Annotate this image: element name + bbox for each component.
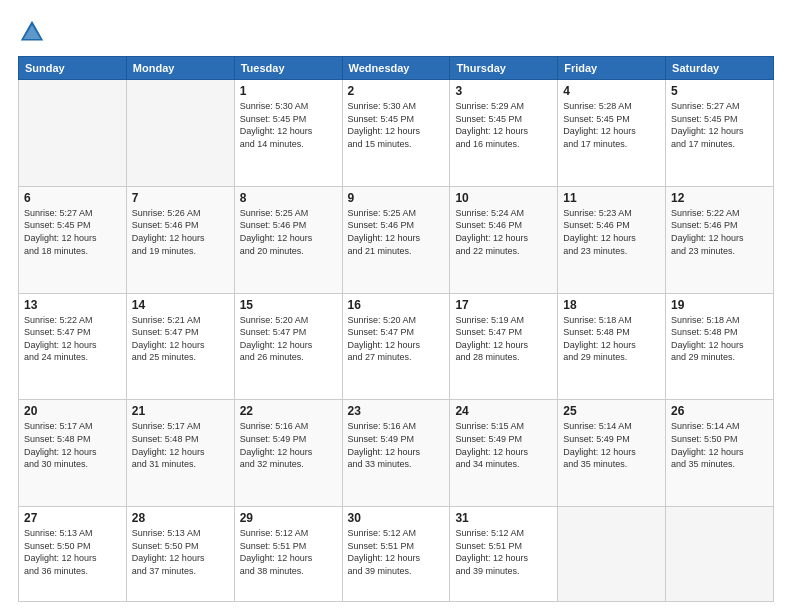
calendar-table: SundayMondayTuesdayWednesdayThursdayFrid… bbox=[18, 56, 774, 602]
day-cell: 9Sunrise: 5:25 AM Sunset: 5:46 PM Daylig… bbox=[342, 186, 450, 293]
header-cell-thursday: Thursday bbox=[450, 57, 558, 80]
day-cell: 8Sunrise: 5:25 AM Sunset: 5:46 PM Daylig… bbox=[234, 186, 342, 293]
day-info: Sunrise: 5:26 AM Sunset: 5:46 PM Dayligh… bbox=[132, 207, 229, 257]
day-cell: 2Sunrise: 5:30 AM Sunset: 5:45 PM Daylig… bbox=[342, 80, 450, 187]
day-number: 11 bbox=[563, 191, 660, 205]
day-info: Sunrise: 5:20 AM Sunset: 5:47 PM Dayligh… bbox=[240, 314, 337, 364]
day-number: 7 bbox=[132, 191, 229, 205]
day-info: Sunrise: 5:19 AM Sunset: 5:47 PM Dayligh… bbox=[455, 314, 552, 364]
day-cell: 15Sunrise: 5:20 AM Sunset: 5:47 PM Dayli… bbox=[234, 293, 342, 400]
day-number: 8 bbox=[240, 191, 337, 205]
day-number: 16 bbox=[348, 298, 445, 312]
day-cell: 6Sunrise: 5:27 AM Sunset: 5:45 PM Daylig… bbox=[19, 186, 127, 293]
day-number: 4 bbox=[563, 84, 660, 98]
day-cell: 12Sunrise: 5:22 AM Sunset: 5:46 PM Dayli… bbox=[666, 186, 774, 293]
week-row-3: 13Sunrise: 5:22 AM Sunset: 5:47 PM Dayli… bbox=[19, 293, 774, 400]
day-number: 21 bbox=[132, 404, 229, 418]
week-row-1: 1Sunrise: 5:30 AM Sunset: 5:45 PM Daylig… bbox=[19, 80, 774, 187]
day-cell bbox=[666, 507, 774, 602]
day-cell: 24Sunrise: 5:15 AM Sunset: 5:49 PM Dayli… bbox=[450, 400, 558, 507]
day-number: 3 bbox=[455, 84, 552, 98]
header-cell-friday: Friday bbox=[558, 57, 666, 80]
day-cell: 10Sunrise: 5:24 AM Sunset: 5:46 PM Dayli… bbox=[450, 186, 558, 293]
day-cell: 13Sunrise: 5:22 AM Sunset: 5:47 PM Dayli… bbox=[19, 293, 127, 400]
day-cell: 20Sunrise: 5:17 AM Sunset: 5:48 PM Dayli… bbox=[19, 400, 127, 507]
day-cell: 26Sunrise: 5:14 AM Sunset: 5:50 PM Dayli… bbox=[666, 400, 774, 507]
day-info: Sunrise: 5:22 AM Sunset: 5:46 PM Dayligh… bbox=[671, 207, 768, 257]
day-number: 31 bbox=[455, 511, 552, 525]
day-number: 25 bbox=[563, 404, 660, 418]
day-number: 17 bbox=[455, 298, 552, 312]
day-cell: 29Sunrise: 5:12 AM Sunset: 5:51 PM Dayli… bbox=[234, 507, 342, 602]
day-info: Sunrise: 5:27 AM Sunset: 5:45 PM Dayligh… bbox=[671, 100, 768, 150]
day-number: 26 bbox=[671, 404, 768, 418]
day-number: 5 bbox=[671, 84, 768, 98]
day-cell: 22Sunrise: 5:16 AM Sunset: 5:49 PM Dayli… bbox=[234, 400, 342, 507]
day-cell: 3Sunrise: 5:29 AM Sunset: 5:45 PM Daylig… bbox=[450, 80, 558, 187]
day-info: Sunrise: 5:18 AM Sunset: 5:48 PM Dayligh… bbox=[563, 314, 660, 364]
day-cell: 27Sunrise: 5:13 AM Sunset: 5:50 PM Dayli… bbox=[19, 507, 127, 602]
day-info: Sunrise: 5:17 AM Sunset: 5:48 PM Dayligh… bbox=[24, 420, 121, 470]
day-number: 18 bbox=[563, 298, 660, 312]
day-info: Sunrise: 5:25 AM Sunset: 5:46 PM Dayligh… bbox=[348, 207, 445, 257]
day-number: 15 bbox=[240, 298, 337, 312]
day-cell: 18Sunrise: 5:18 AM Sunset: 5:48 PM Dayli… bbox=[558, 293, 666, 400]
week-row-4: 20Sunrise: 5:17 AM Sunset: 5:48 PM Dayli… bbox=[19, 400, 774, 507]
header-cell-wednesday: Wednesday bbox=[342, 57, 450, 80]
day-info: Sunrise: 5:17 AM Sunset: 5:48 PM Dayligh… bbox=[132, 420, 229, 470]
day-number: 24 bbox=[455, 404, 552, 418]
calendar: SundayMondayTuesdayWednesdayThursdayFrid… bbox=[18, 56, 774, 602]
day-cell: 25Sunrise: 5:14 AM Sunset: 5:49 PM Dayli… bbox=[558, 400, 666, 507]
day-number: 12 bbox=[671, 191, 768, 205]
day-info: Sunrise: 5:27 AM Sunset: 5:45 PM Dayligh… bbox=[24, 207, 121, 257]
day-number: 13 bbox=[24, 298, 121, 312]
day-cell: 21Sunrise: 5:17 AM Sunset: 5:48 PM Dayli… bbox=[126, 400, 234, 507]
day-info: Sunrise: 5:30 AM Sunset: 5:45 PM Dayligh… bbox=[348, 100, 445, 150]
day-info: Sunrise: 5:16 AM Sunset: 5:49 PM Dayligh… bbox=[348, 420, 445, 470]
day-info: Sunrise: 5:21 AM Sunset: 5:47 PM Dayligh… bbox=[132, 314, 229, 364]
day-info: Sunrise: 5:30 AM Sunset: 5:45 PM Dayligh… bbox=[240, 100, 337, 150]
logo bbox=[18, 18, 50, 46]
day-info: Sunrise: 5:18 AM Sunset: 5:48 PM Dayligh… bbox=[671, 314, 768, 364]
header-cell-monday: Monday bbox=[126, 57, 234, 80]
day-cell bbox=[126, 80, 234, 187]
day-info: Sunrise: 5:24 AM Sunset: 5:46 PM Dayligh… bbox=[455, 207, 552, 257]
day-info: Sunrise: 5:25 AM Sunset: 5:46 PM Dayligh… bbox=[240, 207, 337, 257]
day-info: Sunrise: 5:12 AM Sunset: 5:51 PM Dayligh… bbox=[348, 527, 445, 577]
day-info: Sunrise: 5:14 AM Sunset: 5:49 PM Dayligh… bbox=[563, 420, 660, 470]
header bbox=[18, 18, 774, 46]
day-cell bbox=[19, 80, 127, 187]
day-cell: 16Sunrise: 5:20 AM Sunset: 5:47 PM Dayli… bbox=[342, 293, 450, 400]
day-info: Sunrise: 5:15 AM Sunset: 5:49 PM Dayligh… bbox=[455, 420, 552, 470]
page: SundayMondayTuesdayWednesdayThursdayFrid… bbox=[0, 0, 792, 612]
day-cell: 23Sunrise: 5:16 AM Sunset: 5:49 PM Dayli… bbox=[342, 400, 450, 507]
header-row: SundayMondayTuesdayWednesdayThursdayFrid… bbox=[19, 57, 774, 80]
day-number: 14 bbox=[132, 298, 229, 312]
day-cell: 19Sunrise: 5:18 AM Sunset: 5:48 PM Dayli… bbox=[666, 293, 774, 400]
day-number: 22 bbox=[240, 404, 337, 418]
day-number: 1 bbox=[240, 84, 337, 98]
day-info: Sunrise: 5:28 AM Sunset: 5:45 PM Dayligh… bbox=[563, 100, 660, 150]
day-cell: 5Sunrise: 5:27 AM Sunset: 5:45 PM Daylig… bbox=[666, 80, 774, 187]
day-cell bbox=[558, 507, 666, 602]
day-cell: 28Sunrise: 5:13 AM Sunset: 5:50 PM Dayli… bbox=[126, 507, 234, 602]
day-number: 9 bbox=[348, 191, 445, 205]
day-info: Sunrise: 5:12 AM Sunset: 5:51 PM Dayligh… bbox=[455, 527, 552, 577]
day-number: 20 bbox=[24, 404, 121, 418]
day-info: Sunrise: 5:13 AM Sunset: 5:50 PM Dayligh… bbox=[132, 527, 229, 577]
day-info: Sunrise: 5:13 AM Sunset: 5:50 PM Dayligh… bbox=[24, 527, 121, 577]
day-info: Sunrise: 5:23 AM Sunset: 5:46 PM Dayligh… bbox=[563, 207, 660, 257]
day-info: Sunrise: 5:12 AM Sunset: 5:51 PM Dayligh… bbox=[240, 527, 337, 577]
header-cell-sunday: Sunday bbox=[19, 57, 127, 80]
day-number: 6 bbox=[24, 191, 121, 205]
header-cell-tuesday: Tuesday bbox=[234, 57, 342, 80]
day-number: 10 bbox=[455, 191, 552, 205]
logo-icon bbox=[18, 18, 46, 46]
day-info: Sunrise: 5:16 AM Sunset: 5:49 PM Dayligh… bbox=[240, 420, 337, 470]
header-cell-saturday: Saturday bbox=[666, 57, 774, 80]
day-info: Sunrise: 5:14 AM Sunset: 5:50 PM Dayligh… bbox=[671, 420, 768, 470]
day-cell: 31Sunrise: 5:12 AM Sunset: 5:51 PM Dayli… bbox=[450, 507, 558, 602]
day-number: 28 bbox=[132, 511, 229, 525]
day-cell: 7Sunrise: 5:26 AM Sunset: 5:46 PM Daylig… bbox=[126, 186, 234, 293]
week-row-2: 6Sunrise: 5:27 AM Sunset: 5:45 PM Daylig… bbox=[19, 186, 774, 293]
